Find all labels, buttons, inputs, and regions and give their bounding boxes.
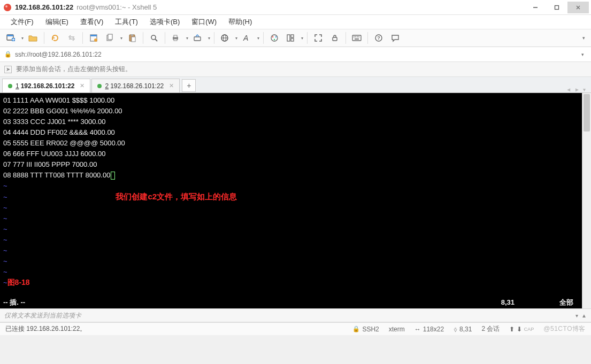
vim-tilde: ~ bbox=[3, 236, 7, 244]
separator bbox=[214, 32, 214, 44]
svg-point-30 bbox=[272, 36, 273, 37]
paste-button[interactable] bbox=[124, 30, 140, 45]
address-url[interactable]: ssh://root@192.168.26.101:22 bbox=[15, 51, 102, 58]
svg-rect-35 bbox=[291, 38, 294, 41]
vim-tilde: ~ bbox=[3, 268, 7, 276]
vim-tilde: ~ bbox=[3, 214, 7, 222]
svg-rect-22 bbox=[174, 35, 177, 37]
svg-point-32 bbox=[274, 39, 275, 40]
cursor-icon bbox=[111, 172, 115, 180]
status-protocol: 🔒SSH2 bbox=[352, 326, 379, 333]
menu-tools[interactable]: 工具(T) bbox=[110, 16, 143, 28]
menu-view[interactable]: 查看(V) bbox=[75, 16, 109, 28]
xftp-button[interactable]: ▾ bbox=[190, 30, 211, 45]
tab-number: 1 bbox=[16, 82, 19, 90]
terminal-line: 05 5555 EEE RR002 @@@@ 5000.00 bbox=[3, 139, 125, 147]
svg-point-13 bbox=[94, 38, 97, 42]
status-bar: 已连接 192.168.26.101:22。 🔒SSH2 xterm ↔118x… bbox=[0, 322, 591, 335]
send-toggle-icon[interactable]: ▲ bbox=[581, 313, 587, 319]
add-session-icon[interactable]: ➤ bbox=[4, 66, 12, 73]
lock-button[interactable] bbox=[327, 30, 343, 45]
svg-point-19 bbox=[151, 35, 156, 40]
svg-rect-18 bbox=[132, 37, 135, 42]
reconnect-button[interactable] bbox=[47, 30, 63, 45]
hint-bar: ➤ 要添加当前会话，点击左侧的箭头按钮。 bbox=[0, 62, 591, 77]
feedback-button[interactable] bbox=[387, 30, 403, 45]
minimize-button[interactable] bbox=[525, 2, 546, 13]
close-button[interactable] bbox=[567, 2, 589, 13]
terminal-line: 08 8888 TTT TT008 TTTT 8000.00 bbox=[3, 171, 110, 179]
terminal-line: 07 777 III II005 PPPP 7000.00 bbox=[3, 160, 97, 168]
menu-window[interactable]: 窗口(W) bbox=[186, 16, 222, 28]
color-scheme-button[interactable] bbox=[266, 30, 282, 45]
separator bbox=[165, 32, 165, 44]
separator bbox=[44, 32, 44, 44]
menu-help[interactable]: 帮助(H) bbox=[223, 16, 257, 28]
tab-close-icon[interactable]: ✕ bbox=[80, 82, 85, 89]
tab-strip: 1 192.168.26.101:22 ✕ 2 192.168.26.101:2… bbox=[0, 77, 591, 93]
send-placeholder: 仅将文本发送到当前选项卡 bbox=[4, 311, 81, 320]
layout-button[interactable]: ▾ bbox=[283, 30, 304, 45]
status-dot-icon bbox=[8, 84, 12, 88]
language-button[interactable]: ▾ bbox=[217, 30, 239, 45]
svg-rect-17 bbox=[131, 34, 133, 36]
separator bbox=[346, 32, 346, 44]
svg-point-0 bbox=[4, 4, 11, 11]
toolbar-overflow[interactable]: ▾ bbox=[579, 35, 588, 41]
font-button[interactable]: A▾ bbox=[239, 30, 260, 45]
new-tab-button[interactable]: + bbox=[182, 79, 196, 92]
tab-list-icon[interactable]: ▾ bbox=[583, 87, 586, 92]
title-session: 192.168.26.101:22 bbox=[15, 3, 73, 11]
menu-bar: 文件(F) 编辑(E) 查看(V) 工具(T) 选项卡(B) 窗口(W) 帮助(… bbox=[0, 15, 591, 29]
tab-next-icon[interactable]: ► bbox=[574, 87, 580, 92]
lock-icon: 🔒 bbox=[352, 326, 360, 332]
session-tab-1[interactable]: 1 192.168.26.101:22 ✕ bbox=[2, 79, 90, 92]
tab-close-icon[interactable]: ✕ bbox=[169, 82, 174, 89]
help-button[interactable]: ? bbox=[371, 30, 387, 45]
lock-icon: 🔒 bbox=[4, 51, 12, 58]
properties-button[interactable] bbox=[86, 30, 102, 45]
send-dropdown-icon[interactable]: ▾ bbox=[575, 313, 578, 319]
open-button[interactable] bbox=[25, 30, 41, 45]
toolbar: ▾ ▾ ▾ ▾ ▾ A▾ ▾ ? ▾ bbox=[0, 29, 591, 47]
status-sessions: 2 会话 bbox=[481, 324, 500, 334]
address-dropdown[interactable]: ▾ bbox=[578, 52, 587, 57]
tab-nav: ◄ ► ▾ bbox=[566, 87, 589, 92]
svg-rect-3 bbox=[555, 5, 559, 9]
print-button[interactable]: ▾ bbox=[168, 30, 189, 45]
terminal[interactable]: 01 1111 AAA WW001 $$$$ 1000.00 02 2222 B… bbox=[0, 93, 582, 308]
copy-button[interactable]: ▾ bbox=[102, 30, 124, 45]
tab-prev-icon[interactable]: ◄ bbox=[566, 87, 571, 92]
status-nav[interactable]: ⬆ ⬇ CAP bbox=[509, 326, 534, 333]
find-button[interactable] bbox=[146, 30, 162, 45]
vim-tilde: ~ bbox=[3, 278, 7, 286]
separator bbox=[82, 32, 83, 44]
session-tab-2[interactable]: 2 192.168.26.101:22 ✕ bbox=[91, 79, 180, 92]
svg-rect-12 bbox=[90, 35, 97, 36]
scrollbar[interactable] bbox=[582, 93, 591, 308]
svg-rect-7 bbox=[7, 35, 13, 36]
figure-label: 图8-18 bbox=[7, 278, 30, 286]
address-bar: 🔒 ssh://root@192.168.26.101:22 ▾ bbox=[0, 47, 591, 62]
menu-edit[interactable]: 编辑(E) bbox=[40, 16, 74, 28]
menu-file[interactable]: 文件(F) bbox=[5, 16, 39, 28]
svg-rect-23 bbox=[174, 39, 177, 41]
status-dot-icon bbox=[97, 84, 102, 88]
new-session-button[interactable]: ▾ bbox=[3, 30, 25, 45]
disconnect-button[interactable] bbox=[64, 30, 80, 45]
vim-tilde: ~ bbox=[3, 182, 7, 190]
svg-rect-37 bbox=[352, 35, 361, 41]
terminal-line: 01 1111 AAA WW001 $$$$ 1000.00 bbox=[3, 96, 114, 104]
vim-tilde: ~ bbox=[3, 193, 7, 201]
menu-tab[interactable]: 选项卡(B) bbox=[144, 16, 185, 28]
fullscreen-button[interactable] bbox=[310, 30, 326, 45]
svg-point-1 bbox=[5, 5, 7, 7]
maximize-button[interactable] bbox=[546, 2, 567, 13]
send-bar[interactable]: 仅将文本发送到当前选项卡 ▾ ▲ bbox=[0, 308, 591, 322]
vim-tilde: ~ bbox=[3, 204, 7, 212]
status-connection: 已连接 192.168.26.101:22。 bbox=[5, 324, 86, 334]
separator bbox=[307, 32, 308, 44]
keyboard-button[interactable] bbox=[349, 30, 365, 45]
terminal-line: 04 4444 DDD FF002 &&&& 4000.00 bbox=[3, 128, 115, 136]
scrollbar-thumb[interactable] bbox=[584, 94, 590, 131]
